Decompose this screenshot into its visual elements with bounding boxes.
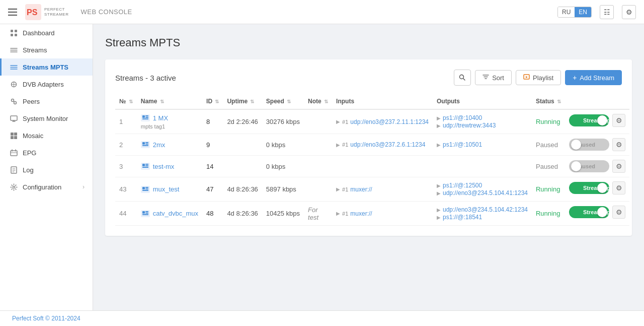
row-actions: Streaming ⚙ [565,110,629,131]
svg-rect-10 [11,133,14,136]
svg-rect-4 [11,34,13,36]
svg-rect-30 [142,167,148,168]
row-actions: Paused ⚙ [565,134,629,155]
sidebar-item-configuration[interactable]: Configuration › [0,178,93,195]
row-gear-button[interactable]: ⚙ [612,114,625,127]
row-id: 48 [202,202,223,226]
streaming-toggle[interactable]: Paused [569,160,609,172]
row-outputs: ▶ ps1://@:12500 ▶ udp://eno3@234.5.104.4… [433,177,532,202]
toggle-wrap: Paused [569,160,609,172]
row-outputs: ▶ udp://eno3@234.5.104.42:1234 ▶ ps1://@… [433,202,532,226]
search-button[interactable] [454,70,471,86]
input-link[interactable]: udp://eno3@237.2.11.1:1234 [350,118,429,125]
row-gear-button[interactable]: ⚙ [612,206,625,219]
svg-rect-33 [145,188,148,189]
row-id: 47 [202,177,223,202]
row-outputs: ▶ ps1://@:10501 [433,134,532,156]
stream-name-link[interactable]: 2mx [153,141,166,149]
streaming-toggle[interactable]: Streaming [569,182,609,194]
sidebar-label-system-monitor: System Monitor [23,115,68,122]
row-num: 3 [115,156,137,177]
sidebar-label-epg: EPG [23,149,36,157]
streaming-toggle[interactable]: Streaming [569,114,609,126]
toggle-wrap: Streaming [569,206,609,218]
toggle-knob [571,140,581,150]
output-link[interactable]: ps1://@:18541 [443,214,482,221]
toggle-wrap: Streaming [569,114,609,126]
output-link[interactable]: ps1://@:12500 [443,182,482,189]
config-icon [10,183,18,191]
row-speed: 0 kbps [262,156,304,177]
stream-icon [141,141,150,148]
playlist-label: Playlist [533,74,553,82]
sidebar-item-system-monitor[interactable]: System Monitor [0,110,93,127]
page-title: Streams MPTS [105,36,632,49]
sidebar-item-streams[interactable]: Streams [0,41,93,58]
log-icon [10,166,18,174]
stream-name-link[interactable]: mux_test [153,185,180,193]
sort-label: Sort [492,74,504,82]
table-row: 2 2mx 9 0 kbps ▶ #1 udp://eno3@237.2.6.1… [115,134,629,156]
output-link[interactable]: udp://eno3@234.5.104.41:1234 [443,189,528,197]
streaming-toggle[interactable]: Paused [569,139,609,151]
sidebar-item-mosaic[interactable]: Mosaic [0,127,93,144]
input-play-icon: ▶ [336,119,340,124]
status-text: Paused [536,163,558,170]
input-num: #1 [342,142,348,148]
row-gear-button[interactable]: ⚙ [612,138,625,151]
add-stream-button[interactable]: + Add Stream [565,70,622,85]
input-link[interactable]: udp://eno3@237.2.6.1:1234 [350,141,425,148]
output-link[interactable]: ps1://@:10501 [443,141,482,148]
sidebar-item-streams-mpts[interactable]: Streams MPTS [0,58,93,76]
sort-button[interactable]: Sort [475,70,512,85]
svg-point-17 [460,75,464,79]
sidebar-item-dashboard[interactable]: Dashboard [0,24,93,41]
streaming-toggle[interactable]: Streaming [569,206,609,218]
logo-sub: PERFECT [44,7,68,12]
menu-icon[interactable] [8,9,17,16]
input-link[interactable]: muxer:// [350,210,372,217]
lang-ru-btn[interactable]: RU [558,7,575,17]
svg-rect-19 [142,115,145,118]
svg-rect-29 [145,165,148,166]
sidebar-label-peers: Peers [23,98,40,105]
svg-rect-36 [145,211,148,212]
input-link[interactable]: muxer:// [350,186,372,193]
sidebar-item-dvb[interactable]: DVB Adapters [0,76,93,93]
svg-rect-35 [142,211,145,214]
row-status: Running [532,202,565,226]
settings-icon-btn[interactable]: ⚙ [622,5,636,19]
sidebar-item-log[interactable]: Log [0,161,93,178]
svg-rect-38 [142,214,148,215]
name-tag: mpts tag1 [141,123,198,129]
stream-name-link[interactable]: test-mx [153,163,175,170]
footer: Perfect Soft © 2011-2024 [0,310,644,326]
row-gear-button[interactable]: ⚙ [612,160,625,173]
card-title: Streams - 3 active [115,74,176,82]
row-name: 2mx [137,134,202,156]
input-num: #1 [342,186,348,192]
output-link[interactable]: ps1://@:10400 [443,114,482,121]
stream-name-link[interactable]: 1 MX [153,114,168,122]
svg-text:PS: PS [27,8,38,17]
row-gear-button[interactable]: ⚙ [612,181,625,194]
sidebar-item-epg[interactable]: EPG [0,144,93,161]
row-num: 43 [115,177,137,202]
table-row: 44 catv_dvbc_mux 48 4d 8:26:36 10425 kbp… [115,202,629,226]
playlist-icon [523,74,530,82]
lang-en-btn[interactable]: EN [575,7,591,17]
mosaic-icon [10,132,18,140]
col-uptime: Uptime ⇅ [223,94,262,109]
output-link[interactable]: udp://trewtrew:3443 [443,122,496,129]
playlist-button[interactable]: Playlist [516,70,561,85]
layout-icon-btn[interactable]: ☷ [600,5,614,19]
stream-name-link[interactable]: catv_dvbc_mux [153,210,198,217]
svg-rect-23 [142,142,145,145]
col-name: Name ⇅ [137,94,202,109]
col-speed: Speed ⇅ [262,94,304,109]
row-uptime: 2d 2:26:46 [223,109,262,134]
sidebar-item-peers[interactable]: Peers [0,93,93,110]
output-link[interactable]: udp://eno3@234.5.104.42:1234 [443,206,528,213]
row-status: Paused [532,134,565,156]
name-label: test-mx [141,163,198,170]
